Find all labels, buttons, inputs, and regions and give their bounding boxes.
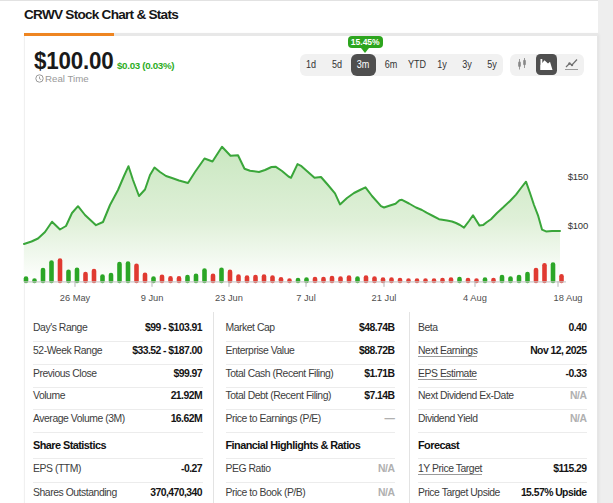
svg-text:4 Aug: 4 Aug <box>463 293 487 303</box>
svg-text:18 Aug: 18 Aug <box>554 293 583 303</box>
svg-text:23 Jun: 23 Jun <box>215 293 243 303</box>
svg-text:$150: $150 <box>568 171 588 182</box>
svg-text:26 May: 26 May <box>60 293 91 303</box>
svg-text:$100: $100 <box>568 220 588 231</box>
svg-text:21 Jul: 21 Jul <box>372 293 397 303</box>
svg-text:9 Jun: 9 Jun <box>141 293 164 303</box>
svg-text:7 Jul: 7 Jul <box>296 293 316 303</box>
